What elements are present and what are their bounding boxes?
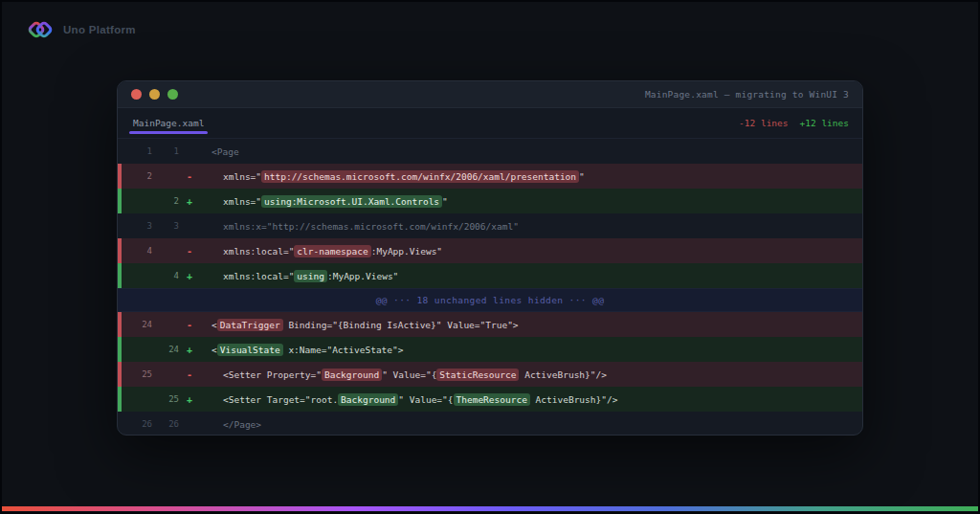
diff-marker: - (179, 171, 200, 182)
changed-token: using (294, 270, 327, 282)
diff-marker: + (179, 271, 200, 281)
code-line: <Setter Target="root.Background" Value="… (200, 394, 617, 405)
code-line: xmlns="using:Microsoft.UI.Xaml.Controls" (200, 196, 448, 207)
window-title: MainPage.xaml — migrating to WinUI 3 (178, 89, 849, 100)
diff-marker: + (179, 345, 200, 355)
diff-row: 33xmlns:x="http://schemas.microsoft.com/… (118, 213, 862, 238)
diff-row: 25-<Setter Property="Background" Value="… (118, 362, 862, 387)
close-button[interactable] (131, 89, 142, 100)
changed-token: VisualState (217, 344, 283, 356)
diff-row: 24+<VisualState x:Name="ActiveState"> (118, 337, 862, 362)
line-number-new: 4 (152, 271, 179, 280)
code-line: <Setter Property="Background" Value="{St… (200, 369, 607, 380)
code-line: <DataTrigger Binding="{Binding IsActive}… (200, 320, 519, 330)
diff-row: 4+xmlns:local="using:MyApp.Views" (118, 263, 862, 288)
diff-row: 2-xmlns="http://schemas.microsoft.com/wi… (118, 164, 862, 189)
added-lines-count: +12 lines (800, 118, 849, 128)
line-number-old: 2 (118, 171, 152, 181)
traffic-lights (131, 89, 178, 100)
diff-row: 24-<DataTrigger Binding="{Binding IsActi… (118, 312, 862, 337)
brand-name: Uno Platform (63, 24, 136, 35)
tab-mainpage-xaml[interactable]: MainPage.xaml (131, 108, 206, 138)
code-line: xmlns:local="clr-namespace:MyApp.Views" (200, 246, 442, 257)
window-titlebar: MainPage.xaml — migrating to WinUI 3 (118, 81, 862, 108)
code-line: xmlns:local="using:MyApp.Views" (200, 271, 398, 281)
minimize-button[interactable] (149, 89, 160, 100)
line-number-new: 24 (152, 345, 179, 354)
diff-marker: + (179, 394, 200, 405)
diff-marker: + (179, 196, 200, 207)
line-number-new: 3 (152, 221, 179, 231)
changed-token: http://schemas.microsoft.com/winfx/2006/… (261, 170, 579, 183)
line-number-new: 25 (152, 394, 179, 404)
line-number-old: 24 (118, 320, 152, 329)
diff-row: 4-xmlns:local="clr-namespace:MyApp.Views… (118, 238, 862, 263)
tab-label: MainPage.xaml (133, 118, 204, 128)
removed-lines-count: -12 lines (739, 118, 788, 128)
diff-row: 2+xmlns="using:Microsoft.UI.Xaml.Control… (118, 189, 862, 213)
code-line: </Page> (200, 419, 261, 430)
code-diff-window: MainPage.xaml — migrating to WinUI 3 Mai… (117, 80, 863, 436)
diff-rows: 11<Page2-xmlns="http://schemas.microsoft… (118, 139, 862, 436)
diff-row: 11<Page (118, 139, 862, 164)
changed-token: StaticResource (436, 369, 519, 381)
line-number-old: 4 (118, 246, 152, 256)
code-line: <Page (200, 146, 239, 157)
line-number-new: 2 (152, 196, 179, 206)
uno-platform-logo-icon (27, 16, 54, 43)
changed-token: Background (338, 393, 398, 406)
diff-marker: - (179, 320, 200, 330)
line-number-old: 26 (118, 419, 152, 429)
hidden-lines-separator: @@ ··· 18 unchanged lines hidden ··· @@ (118, 288, 862, 312)
line-number-old: 25 (118, 369, 152, 379)
code-line: <VisualState x:Name="ActiveState"> (200, 345, 404, 355)
diff-row: 2626</Page> (118, 412, 862, 436)
line-number-old: 1 (118, 146, 152, 156)
brand: Uno Platform (27, 16, 136, 43)
diff-marker: - (179, 369, 200, 380)
code-line: xmlns:x="http://schemas.microsoft.com/wi… (200, 221, 519, 232)
code-line: xmlns="http://schemas.microsoft.com/winf… (200, 171, 585, 182)
diff-marker: - (179, 246, 200, 257)
changed-token: using:Microsoft.UI.Xaml.Controls (261, 195, 442, 208)
maximize-button[interactable] (167, 89, 178, 100)
line-number-new: 26 (152, 419, 179, 429)
line-number-new: 1 (152, 146, 179, 156)
tab-bar: MainPage.xaml -12 lines +12 lines (118, 108, 862, 139)
diff-stats: -12 lines +12 lines (739, 108, 862, 138)
diff-row: 25+<Setter Target="root.Background" Valu… (118, 387, 862, 412)
changed-token: ThemeResource (454, 393, 530, 406)
changed-token: DataTrigger (217, 319, 283, 331)
changed-token: clr-namespace (294, 245, 370, 257)
changed-token: Background (322, 369, 382, 381)
bottom-gradient-bar (2, 506, 978, 511)
line-number-old: 3 (118, 221, 152, 231)
